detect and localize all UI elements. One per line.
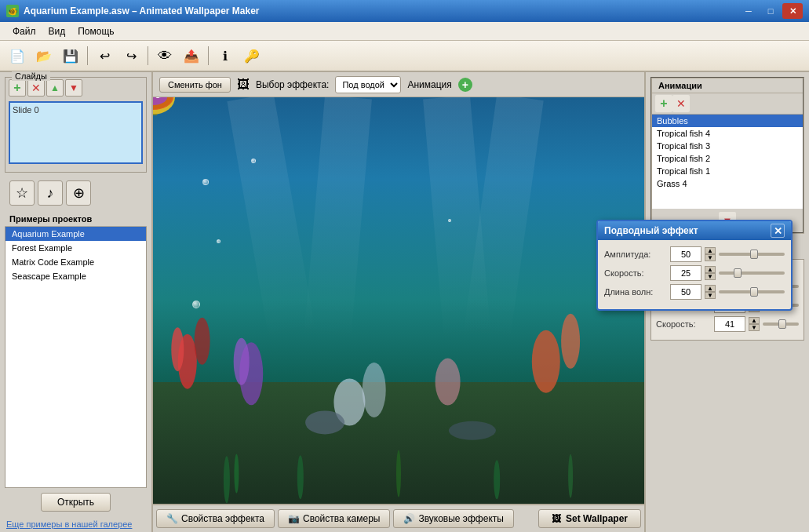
amplitude-up-btn[interactable]: ▲	[705, 247, 716, 254]
toolbar-separator-3	[208, 46, 209, 65]
undo-button[interactable]: ↩	[92, 44, 117, 67]
animations-header: Анимации	[652, 78, 803, 93]
music-button[interactable]: ♪	[38, 180, 63, 206]
camera-props-button[interactable]: 📷 Свойства камеры	[278, 509, 390, 528]
menu-bar: Файл Вид Помощь	[0, 22, 809, 41]
anim-item-0[interactable]: Bubbles	[652, 115, 803, 127]
export-button[interactable]: 📤	[179, 44, 204, 67]
amplitude-slider[interactable]	[719, 253, 785, 256]
bottom-toolbar: 🔧 Свойства эффекта 📷 Свойства камеры 🔊 З…	[153, 504, 644, 532]
example-item-2[interactable]: Matrix Code Example	[5, 255, 146, 269]
speed-down-btn[interactable]: ▼	[749, 324, 760, 331]
popup-title-bar: Подводный эффект ✕	[598, 221, 791, 240]
set-wallpaper-label: Set Wallpaper	[566, 513, 628, 524]
popup-close-button[interactable]: ✕	[771, 224, 785, 238]
popup-speed-up-btn[interactable]: ▲	[705, 266, 716, 273]
popup-speed-down-btn[interactable]: ▼	[705, 273, 716, 280]
speed-slider[interactable]	[763, 322, 799, 326]
move-slide-up-button[interactable]: ▲	[46, 79, 64, 97]
add-animation-list-button[interactable]: +	[655, 95, 672, 112]
add-slide-button[interactable]: +	[9, 79, 26, 97]
slide-item-0[interactable]: Slide 0	[9, 101, 143, 164]
slides-label: Слайды	[12, 71, 50, 81]
toolbar-separator-1	[87, 46, 88, 65]
left-panel: Слайды + ✕ ▲ ▼ Slide 0 ☆ ♪ ⊕ Примеры про…	[0, 72, 153, 532]
delete-animation-button[interactable]: ✕	[672, 95, 690, 112]
slide-name: Slide 0	[13, 105, 39, 115]
wavelength-up-btn[interactable]: ▲	[705, 285, 716, 292]
popup-speed-row: Скорость: ▲ ▼	[604, 265, 785, 281]
anim-item-4[interactable]: Tropical fish 1	[652, 165, 803, 177]
icon-change-bg: 🖼	[237, 78, 250, 92]
set-wallpaper-button[interactable]: 🖼 Set Wallpaper	[538, 509, 641, 528]
star-button[interactable]: ☆	[9, 180, 35, 206]
title-bar: 🐠 Aquarium Example.asw – Animated Wallpa…	[0, 0, 809, 22]
popup-speed-slider[interactable]	[719, 271, 785, 275]
camera-props-label: Свойства камеры	[303, 513, 380, 524]
preview-button[interactable]: 👁	[152, 44, 177, 67]
amplitude-label: Амплитуда:	[604, 250, 667, 259]
close-button[interactable]: ✕	[782, 3, 803, 19]
wavelength-down-btn[interactable]: ▼	[705, 292, 716, 299]
sound-effects-button[interactable]: 🔊 Звуковые эффекты	[393, 509, 513, 528]
amplitude-down-btn[interactable]: ▼	[705, 254, 716, 261]
animations-list: Bubbles Tropical fish 4 Tropical fish 3 …	[652, 115, 803, 209]
popup-speed-spinner: ▲ ▼	[705, 266, 716, 280]
open-button[interactable]: 📂	[31, 44, 56, 67]
key-button[interactable]: 🔑	[239, 44, 264, 67]
change-bg-button[interactable]: Сменить фон	[159, 77, 231, 93]
window-title: Aquarium Example.asw – Animated Wallpape…	[24, 5, 260, 16]
wavelength-input[interactable]	[670, 284, 701, 300]
effect-props-button[interactable]: 🔧 Свойства эффекта	[156, 509, 275, 528]
fish-svg	[153, 97, 644, 504]
menu-help[interactable]: Помощь	[71, 24, 120, 38]
menu-view[interactable]: Вид	[42, 24, 72, 38]
main-layout: Слайды + ✕ ▲ ▼ Slide 0 ☆ ♪ ⊕ Примеры про…	[0, 72, 809, 532]
amplitude-row: Амплитуда: ▲ ▼	[604, 246, 785, 262]
new-button[interactable]: 📄	[5, 44, 30, 67]
wallpaper-icon: 🖼	[552, 513, 561, 524]
speed-row: Скорость: ▲ ▼	[656, 316, 799, 332]
timer-button[interactable]: ⊕	[66, 180, 91, 206]
speed-slider-thumb	[778, 319, 786, 329]
animations-toolbar: + ✕	[652, 93, 803, 115]
menu-file[interactable]: Файл	[6, 24, 42, 38]
right-panel: Анимации + ✕ Bubbles Tropical fish 4 Tro…	[644, 72, 809, 532]
center-area: Сменить фон 🖼 Выбор эффекта: Под водой А…	[153, 72, 644, 532]
anim-item-1[interactable]: Tropical fish 4	[652, 127, 803, 140]
examples-header: Примеры проектов	[5, 212, 147, 227]
example-item-3[interactable]: Seascape Example	[5, 269, 146, 283]
maximize-button[interactable]: □	[760, 3, 781, 19]
move-slide-down-button[interactable]: ▼	[65, 79, 82, 97]
redo-button[interactable]: ↪	[118, 44, 144, 67]
effect-select[interactable]: Под водой	[335, 76, 401, 93]
sound-effects-label: Звуковые эффекты	[418, 513, 503, 524]
gallery-link[interactable]: Еще примеры в нашей галерее	[0, 516, 151, 532]
anim-item-2[interactable]: Tropical fish 3	[652, 140, 803, 152]
anim-item-3[interactable]: Tropical fish 2	[652, 152, 803, 165]
amplitude-input[interactable]	[670, 246, 701, 262]
open-example-button[interactable]: Открыть	[41, 493, 111, 512]
app-icon: 🐠	[6, 5, 19, 17]
wavelength-slider[interactable]	[719, 290, 785, 293]
info-button[interactable]: ℹ	[213, 44, 238, 67]
sound-icon: 🔊	[403, 513, 415, 524]
anim-item-5[interactable]: Grass 4	[652, 177, 803, 190]
delete-slide-button[interactable]: ✕	[27, 79, 45, 97]
save-button[interactable]: 💾	[58, 44, 83, 67]
aquarium-scene	[153, 97, 644, 504]
amplitude-spinner: ▲ ▼	[705, 247, 716, 261]
wavelength-label: Длина волн:	[604, 287, 667, 297]
example-item-1[interactable]: Forest Example	[5, 241, 146, 255]
add-animation-button[interactable]: +	[458, 78, 472, 92]
minimize-button[interactable]: ─	[738, 3, 759, 19]
animation-label: Анимация	[407, 79, 451, 90]
example-item-0[interactable]: Aquarium Example	[5, 227, 146, 241]
popup-content: Амплитуда: ▲ ▼ Скорость: ▲	[598, 240, 791, 309]
camera-icon: 📷	[288, 513, 300, 524]
wavelength-spinner: ▲ ▼	[705, 285, 716, 299]
popup-speed-input[interactable]	[670, 265, 701, 281]
speed-input[interactable]	[714, 316, 745, 332]
speed-up-btn[interactable]: ▲	[749, 317, 760, 324]
speed-spinner: ▲ ▼	[749, 317, 760, 331]
